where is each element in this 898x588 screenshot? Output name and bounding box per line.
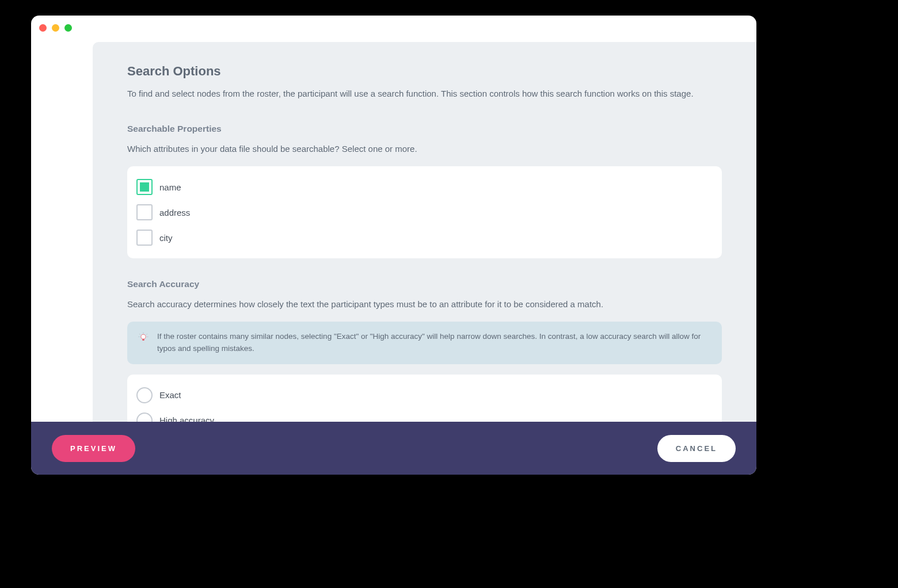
tip-text: If the roster contains many similar node… [157, 331, 711, 355]
radio-exact[interactable] [136, 387, 153, 403]
searchable-sub: Which attributes in your data file shoul… [127, 142, 722, 156]
close-window-icon[interactable] [39, 24, 47, 32]
radio-row-exact[interactable]: Exact [136, 383, 713, 408]
radio-label: High accuracy [159, 415, 214, 422]
checkbox-label: name [159, 182, 181, 192]
checkbox-row-city[interactable]: city [136, 225, 713, 250]
checkbox-label: address [159, 208, 190, 217]
maximize-window-icon[interactable] [64, 24, 72, 32]
svg-line-3 [139, 334, 140, 334]
content-panel: Search Options To find and select nodes … [93, 42, 756, 422]
checkbox-address[interactable] [136, 204, 153, 220]
checkbox-label: city [159, 233, 173, 243]
cancel-button[interactable]: CANCEL [657, 435, 736, 462]
minimize-window-icon[interactable] [52, 24, 59, 32]
footer-bar: PREVIEW CANCEL [31, 422, 756, 475]
window-controls [39, 24, 72, 32]
accuracy-card: Exact High accuracy Medium accuracy Low … [127, 375, 722, 422]
preview-button[interactable]: PREVIEW [52, 435, 135, 462]
app-window: Search Options To find and select nodes … [31, 16, 756, 475]
checkbox-city[interactable] [136, 230, 153, 246]
radio-row-high[interactable]: High accuracy [136, 408, 713, 422]
tip-box: If the roster contains many similar node… [127, 322, 722, 364]
svg-line-4 [146, 334, 147, 334]
searchable-card: name address city [127, 166, 722, 258]
svg-rect-1 [142, 339, 144, 341]
checkbox-row-name[interactable]: name [136, 174, 713, 200]
section-lead: To find and select nodes from the roster… [127, 87, 722, 101]
accuracy-heading: Search Accuracy [127, 279, 722, 289]
svg-point-0 [141, 334, 146, 339]
radio-label: Exact [159, 390, 181, 400]
accuracy-sub: Search accuracy determines how closely t… [127, 297, 722, 311]
section-title: Search Options [127, 64, 722, 79]
radio-high[interactable] [136, 413, 153, 422]
checkbox-name[interactable] [136, 179, 153, 195]
searchable-heading: Searchable Properties [127, 124, 722, 134]
lightbulb-icon [138, 332, 149, 343]
checkbox-row-address[interactable]: address [136, 200, 713, 225]
